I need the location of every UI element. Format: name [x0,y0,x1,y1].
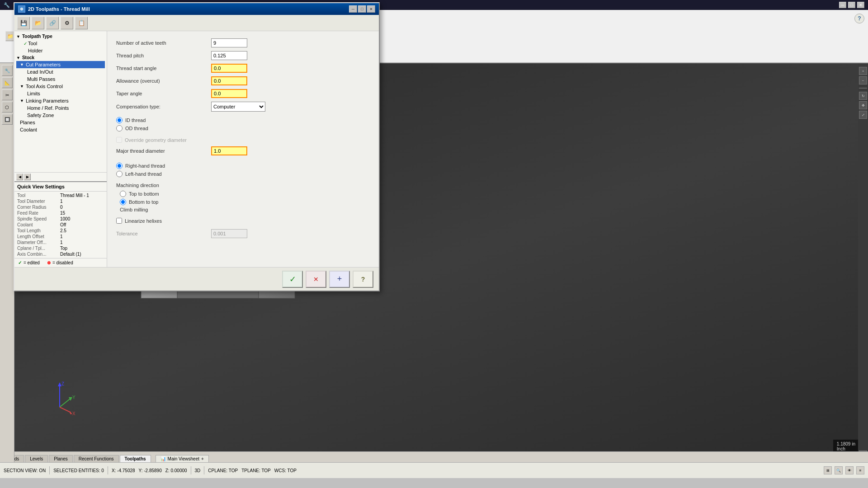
tree-nav-left[interactable]: ◀ [16,174,23,180]
top-to-bottom-radio[interactable] [120,191,126,197]
tree-item-home-ref[interactable]: Home / Ref. Points [16,104,105,112]
qv-key-length: Tool Length [17,228,60,233]
right-hand-radio[interactable] [116,163,123,169]
override-geometry-row: Override geometry diameter [116,137,370,143]
dialog-title-bar: ⊕ 2D Toolpaths - Thread Mill ─ □ × [14,3,379,15]
climb-milling-row: Climb milling [120,207,370,212]
tree-content: ▼ Toolpath Type ✓ Tool ✓ Holder [14,31,107,172]
qv-val-feed: 15 [60,211,65,216]
expand-icon-1: ▼ [16,34,20,39]
tree-item-lead-inout[interactable]: Lead In/Out [16,68,105,75]
qv-row-length-offset: Length Offset 1 [17,234,104,239]
thread-start-angle-label: Thread start angle [116,66,211,71]
row-thread-pitch: Thread pitch [116,51,370,60]
thread-pitch-label: Thread pitch [116,53,211,58]
left-hand-label: Left-hand thread [125,171,162,177]
tree-item-limits[interactable]: Limits [16,90,105,97]
tree-panel: ▼ Toolpath Type ✓ Tool ✓ Holder [14,31,107,267]
top-to-bottom-row: Top to bottom [120,191,370,197]
cancel-button[interactable]: ✕ [306,271,326,288]
dialog-tool-link[interactable]: 🔗 [46,17,59,29]
row-major-diameter: Major thread diameter [116,146,370,155]
tree-item-stock[interactable]: ▼ Stock [16,54,105,61]
qv-key-diameter: Tool Diameter [17,199,60,204]
major-diameter-label: Major thread diameter [116,148,211,154]
dialog-tool-doc[interactable]: 📋 [75,17,88,29]
coolant-label: Coolant [20,127,37,132]
qv-row-axis: Axis Combin... Default (1) [17,251,104,257]
qv-val-corner: 0 [60,205,63,210]
tree-item-tool-axis[interactable]: ▼ Tool Axis Control [16,83,105,90]
tree-item-tool[interactable]: ✓ Tool [16,40,105,47]
qv-val-axis: Default (1) [60,252,81,257]
tree-item-linking[interactable]: ▼ Linking Parameters [16,97,105,104]
qv-val-length: 2.5 [60,228,66,233]
linearize-helixes-checkbox[interactable] [116,218,122,224]
active-teeth-label: Number of active teeth [116,40,211,46]
tree-item-cut-parameters[interactable]: ▼ Cut Parameters [16,61,105,68]
machining-direction-group: Top to bottom Bottom to top [120,191,370,205]
legend-section: ✓ = edited ⊗ = disabled [14,258,107,267]
lead-inout-label: Lead In/Out [27,69,53,75]
tree-item-toolpath-type[interactable]: ▼ Toolpath Type [16,33,105,40]
dialog-tool-open[interactable]: 📂 [32,17,44,29]
bottom-to-top-radio[interactable] [120,199,126,205]
app-container: 🔧 C:\Users\Charlie\Google Drive\ST VIDEO… [0,0,868,478]
dialog-body: ▼ Toolpath Type ✓ Tool ✓ Holder [14,31,379,267]
major-diameter-input[interactable] [211,146,247,155]
dialog-close-btn[interactable]: × [367,5,375,13]
id-thread-label: ID thread [125,117,146,123]
dialog-minimize-btn[interactable]: ─ [349,5,357,13]
od-thread-radio[interactable] [116,125,123,131]
tree-item-multi-passes[interactable]: Multi Passes [16,75,105,83]
tree-nav-controls: ◀ ▶ [14,172,107,181]
qv-key-diam-off: Diameter Off... [17,240,60,245]
id-thread-radio[interactable] [116,117,123,123]
tree-nav-right[interactable]: ▶ [24,174,31,180]
tree-item-safety-zone[interactable]: Safety Zone [16,112,105,119]
compensation-label: Compensation type: [116,104,211,109]
home-ref-label: Home / Ref. Points [27,105,69,111]
override-geometry-checkbox[interactable] [116,137,122,143]
row-allowance: Allowance (overcut) [116,76,370,85]
dialog-tool-save[interactable]: 💾 [17,17,30,29]
row-tolerance: Tolerance [116,229,370,238]
taper-angle-input[interactable] [211,89,247,98]
dialog-title-icon: ⊕ [18,5,25,13]
qv-val-coolant: Off [60,222,66,227]
expand-icon-stock: ▼ [16,56,20,60]
override-geometry-label: Override geometry diameter [125,137,187,143]
thread-type-group: ID thread OD thread [116,117,370,131]
hand-thread-group: Right-hand thread Left-hand thread [116,163,370,177]
thread-pitch-input[interactable] [211,51,247,60]
quick-view-rows: Tool Thread Mill - 1 Tool Diameter 1 Cor… [14,192,107,258]
id-thread-row: ID thread [116,117,370,123]
tree-item-coolant[interactable]: Coolant [16,126,105,133]
row-thread-start-angle: Thread start angle [116,64,370,73]
thread-start-angle-input[interactable] [211,64,247,73]
allowance-input[interactable] [211,76,247,85]
top-to-bottom-label: Top to bottom [129,191,159,197]
help-dialog-button[interactable]: ? [353,271,373,288]
tree-item-holder[interactable]: ✓ Holder [16,47,105,54]
qv-key-coolant: Coolant [17,222,60,227]
tree-item-planes[interactable]: Planes [16,119,105,126]
compensation-select[interactable]: Computer Control Wear Reverse wear Off [211,102,265,112]
legend-check-icon: ✓ [18,260,22,265]
expand-icon-cut: ▼ [20,62,24,67]
ok-button[interactable]: ✓ [282,271,303,288]
qv-val-length-offset: 1 [60,234,63,239]
dialog-maximize-btn[interactable]: □ [358,5,366,13]
add-button[interactable]: + [329,271,350,288]
linearize-helixes-row: Linearize helixes [116,218,370,224]
dialog-tool-settings[interactable]: ⚙ [61,17,73,29]
qv-row-cplane: Cplane / Tpl... Top [17,245,104,251]
right-hand-row: Right-hand thread [116,163,370,169]
left-hand-radio[interactable] [116,171,123,177]
qv-key-corner: Corner Radius [17,205,60,210]
dialog-title-text: 2D Toolpaths - Thread Mill [28,6,90,12]
active-teeth-input[interactable] [211,38,247,47]
qv-val-diameter: 1 [60,199,63,204]
tool-check-icon: ✓ [24,41,27,46]
stock-label: Stock [22,55,34,60]
